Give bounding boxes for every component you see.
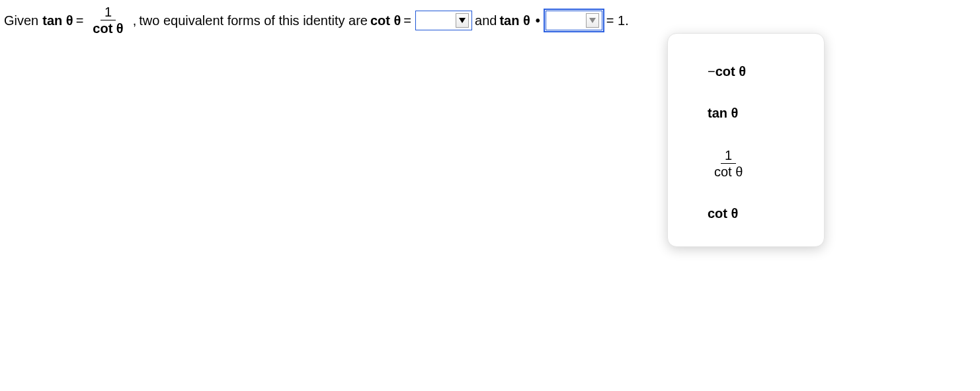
tan-theta-dot: tan θ [499, 14, 530, 27]
option-cot-label: cot θ [708, 206, 738, 221]
dropdown-tan-times[interactable] [546, 11, 602, 30]
cot-theta-equals: cot θ [370, 14, 401, 27]
svg-marker-1 [589, 18, 596, 23]
chevron-down-icon [459, 18, 466, 23]
dropdown-cot-equals[interactable] [415, 11, 472, 30]
svg-marker-0 [459, 18, 466, 23]
option-fraction: 1 cot θ [710, 147, 747, 180]
fraction-numerator: 1 [101, 4, 116, 20]
text-given: Given [4, 14, 38, 27]
text-and: and [475, 14, 497, 27]
option-fraction-den: cot θ [710, 164, 747, 180]
dropdown-arrow-1[interactable] [456, 13, 469, 28]
fraction-1-over-cot: 1 cot θ [89, 4, 127, 36]
question-sentence: Given tan θ = 1 cot θ , two equivalent f… [4, 4, 976, 36]
equals-1: = [76, 14, 84, 27]
option-cot[interactable]: cot θ [668, 196, 824, 232]
text-mid: two equivalent forms of this identity ar… [139, 14, 368, 27]
chevron-down-icon [589, 18, 596, 23]
option-neg-cot[interactable]: − cot θ [668, 53, 824, 90]
option-tan[interactable]: tan θ [668, 95, 824, 131]
tan-theta-lhs: tan θ [42, 14, 73, 27]
equals-2: = [403, 14, 411, 27]
option-fraction-num: 1 [721, 147, 736, 164]
option-tan-label: tan θ [708, 106, 738, 121]
dropdown-popup: − cot θ tan θ 1 cot θ cot θ [667, 33, 825, 247]
comma: , [133, 14, 137, 27]
option-neg-cot-label: cot θ [715, 64, 746, 79]
option-one-over-cot[interactable]: 1 cot θ [668, 137, 824, 190]
option-neg-cot-prefix: − [708, 64, 715, 79]
equals-one: = 1. [606, 14, 629, 27]
dropdown-arrow-2[interactable] [586, 13, 599, 28]
multiplication-dot: • [536, 14, 540, 27]
fraction-denominator: cot θ [89, 20, 127, 36]
